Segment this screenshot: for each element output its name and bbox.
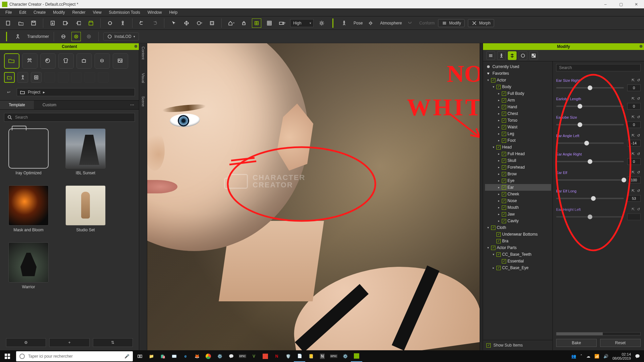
content-panel-close[interactable]: ⊗ bbox=[134, 44, 138, 49]
slider-value[interactable]: 0 bbox=[627, 158, 641, 165]
slider-track[interactable] bbox=[556, 124, 624, 125]
tree-node-mouth[interactable]: ▸✓Mouth bbox=[485, 204, 551, 211]
thumb-warrior[interactable]: Warrior bbox=[7, 242, 50, 289]
modify-icon-morph[interactable] bbox=[508, 51, 517, 60]
content-cat-avatar[interactable] bbox=[22, 53, 38, 69]
tree-node-waist[interactable]: ▸✓Waist bbox=[485, 124, 551, 130]
marketplace-button[interactable] bbox=[86, 18, 96, 28]
slider-track[interactable] bbox=[556, 198, 624, 199]
tree-checkbox[interactable]: ✓ bbox=[496, 266, 501, 270]
tree-node-full-body[interactable]: ▸✓Full Body bbox=[485, 90, 551, 97]
menu-create[interactable]: Create bbox=[30, 9, 49, 16]
tree-expand-icon[interactable]: ▸ bbox=[492, 266, 495, 269]
tree-expand-icon[interactable]: ▸ bbox=[497, 179, 500, 182]
reset-button[interactable]: Reset bbox=[600, 339, 641, 347]
slider-value[interactable]: -14 bbox=[627, 140, 641, 146]
tray-chevron-icon[interactable]: ˄ bbox=[580, 354, 582, 359]
tree-expand-icon[interactable]: ▾ bbox=[492, 145, 495, 149]
tree-checkbox[interactable]: ✓ bbox=[502, 192, 506, 196]
slider-track[interactable] bbox=[556, 87, 624, 88]
tree-node-cavity[interactable]: ▸✓Cavity bbox=[485, 218, 551, 224]
content-sub-light[interactable] bbox=[31, 72, 42, 83]
tree-node-cc_base_teeth[interactable]: ▾✓CC_Base_Teeth bbox=[485, 251, 551, 258]
tree-checkbox[interactable]: ✓ bbox=[502, 132, 506, 136]
tree-node-actor[interactable]: ▾✓Actor bbox=[485, 77, 551, 83]
tree-expand-icon[interactable]: ▾ bbox=[486, 226, 490, 229]
tree-checkbox[interactable]: ✓ bbox=[502, 92, 506, 96]
tree-expand-icon[interactable]: ▸ bbox=[497, 105, 500, 109]
breadcrumb-back[interactable]: ↩ bbox=[4, 87, 13, 97]
breadcrumb[interactable]: Project ▸ bbox=[17, 88, 135, 96]
slider-thumb[interactable] bbox=[578, 122, 582, 127]
tree-expand-icon[interactable]: ▾ bbox=[486, 246, 490, 249]
pose-reset-button[interactable] bbox=[118, 18, 127, 28]
tree-checkbox[interactable]: ✓ bbox=[491, 226, 495, 230]
tree-node-leg[interactable]: ▸✓Leg bbox=[485, 130, 551, 137]
tree-node-cc_base_eye[interactable]: ▸✓CC_Base_Eye bbox=[485, 264, 551, 271]
content-sub-folder[interactable] bbox=[4, 72, 15, 83]
taskbar-app-steam-2[interactable]: ⚙️ bbox=[339, 350, 351, 362]
view-mode-a-button[interactable] bbox=[252, 18, 261, 28]
content-cat-cloth[interactable] bbox=[58, 53, 74, 69]
taskbar-app-netflix[interactable]: N bbox=[271, 350, 282, 362]
menu-window[interactable]: Window bbox=[144, 9, 165, 16]
tree-node-eye[interactable]: ▸✓Eye bbox=[485, 177, 551, 184]
tree-expand-icon[interactable]: ▸ bbox=[497, 159, 500, 162]
tray-cloud-icon[interactable]: ☁ bbox=[586, 354, 590, 359]
slider-thumb[interactable] bbox=[588, 159, 592, 164]
slider-thumb[interactable] bbox=[588, 215, 592, 219]
tree-checkbox[interactable]: ✓ bbox=[502, 138, 506, 143]
tree-node-brow[interactable]: ▸✓Brow bbox=[485, 171, 551, 177]
sync-button[interactable] bbox=[105, 18, 115, 28]
menu-view[interactable]: View bbox=[90, 9, 105, 16]
menu-file[interactable]: File bbox=[2, 9, 15, 16]
tree-checkbox[interactable]: ✓ bbox=[502, 205, 506, 210]
modify-icon-texture[interactable] bbox=[529, 51, 538, 60]
tray-wifi-icon[interactable]: 📶 bbox=[594, 354, 599, 359]
taskbar-app-firefox[interactable]: 🦊 bbox=[191, 350, 203, 362]
import-button[interactable] bbox=[73, 18, 83, 28]
transformer-label[interactable]: Transformer bbox=[27, 34, 49, 39]
tree-favorites[interactable]: ♥Favorites bbox=[485, 70, 551, 77]
tree-node-nose[interactable]: ▸✓Nose bbox=[485, 197, 551, 204]
tab-template[interactable]: Template bbox=[0, 101, 34, 109]
taskbar-app-epic[interactable]: EPIC bbox=[237, 350, 248, 362]
new-project-button[interactable] bbox=[3, 18, 13, 28]
tree-node-cheek[interactable]: ▸✓Cheek bbox=[485, 191, 551, 197]
taskbar-app-epic-2[interactable]: EPIC bbox=[328, 350, 339, 362]
tree-node-torso[interactable]: ▸✓Torso bbox=[485, 117, 551, 124]
bake-button[interactable]: Bake bbox=[556, 339, 597, 347]
tree-expand-icon[interactable]: ▸ bbox=[497, 219, 500, 223]
menu-modify[interactable]: Modify bbox=[50, 9, 68, 16]
save-project-button[interactable] bbox=[29, 18, 38, 28]
window-maximize-button[interactable]: ▢ bbox=[613, 0, 629, 8]
tree-currently-used[interactable]: Currently Used bbox=[485, 63, 551, 70]
tree-checkbox[interactable]: ✓ bbox=[502, 125, 506, 129]
slider-reset-icon[interactable]: ⇱ ↺ bbox=[632, 207, 641, 212]
tree-node-forehead[interactable]: ▸✓Forehead bbox=[485, 164, 551, 171]
menu-render[interactable]: Render bbox=[69, 9, 89, 16]
slider-thumb[interactable] bbox=[584, 141, 589, 145]
tree-expand-icon[interactable]: ▸ bbox=[497, 192, 500, 196]
transformer-icon[interactable] bbox=[13, 32, 22, 41]
modify-icon-material[interactable] bbox=[519, 51, 527, 60]
thumb-iray-optimized[interactable]: Iray Optimized bbox=[7, 128, 50, 175]
panel-splitter[interactable] bbox=[480, 43, 483, 350]
open-project-button[interactable] bbox=[16, 18, 25, 28]
taskbar-app-mail[interactable]: ✉️ bbox=[168, 350, 180, 362]
tree-checkbox[interactable]: ✓ bbox=[502, 165, 506, 170]
tree-node-foot[interactable]: ▸✓Foot bbox=[485, 137, 551, 144]
slider-value[interactable] bbox=[627, 214, 641, 220]
side-tab-scene[interactable]: Scene bbox=[141, 96, 145, 107]
quality-dropdown[interactable]: High bbox=[290, 19, 314, 27]
slider-track[interactable] bbox=[556, 161, 624, 162]
slider-reset-icon[interactable]: ⇱ ↺ bbox=[632, 189, 641, 193]
taskbar-app-edge[interactable]: e bbox=[180, 350, 191, 362]
slider-value[interactable]: 0 bbox=[627, 121, 641, 128]
pose-mode-icon[interactable] bbox=[339, 18, 349, 28]
taskbar-app-steam[interactable]: ⚙️ bbox=[214, 350, 225, 362]
menu-help[interactable]: Help bbox=[166, 9, 181, 16]
viewport[interactable]: CHARACTER CREATOR NO WHITE bbox=[147, 43, 480, 350]
mesh-tool-a[interactable] bbox=[59, 32, 68, 41]
slider-value[interactable]: 100 bbox=[627, 177, 641, 183]
